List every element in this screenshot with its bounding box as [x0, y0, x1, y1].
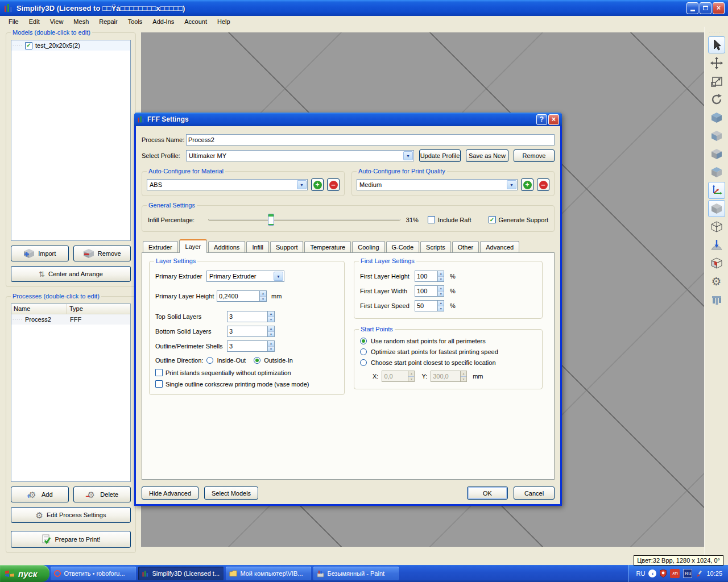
start-x-input[interactable]: [382, 371, 408, 382]
toolbar-gripper[interactable]: ······: [709, 31, 724, 36]
chevron-down-icon[interactable]: ▼: [297, 180, 307, 189]
bottom-solid-layers-input[interactable]: [227, 326, 267, 337]
restore-button[interactable]: [700, 2, 712, 14]
tab-support[interactable]: Support: [270, 241, 304, 252]
save-as-new-button[interactable]: Save as New: [466, 149, 508, 162]
menu-repair[interactable]: Repair: [94, 17, 122, 26]
first-layer-height-spinner[interactable]: ▲▼: [415, 271, 444, 282]
place-surface-on-bed-button[interactable]: [708, 236, 725, 253]
model-checkbox[interactable]: ✓: [25, 42, 32, 49]
menu-view[interactable]: View: [45, 17, 69, 26]
show-axes-button[interactable]: [708, 182, 725, 199]
cancel-button[interactable]: Cancel: [514, 487, 555, 500]
hide-tray-icons-button[interactable]: ‹: [648, 569, 656, 577]
start-y-spinner[interactable]: ▲▼: [431, 371, 467, 382]
rotate-tool[interactable]: [708, 91, 725, 108]
outline-shells-input[interactable]: [227, 340, 267, 352]
remove-button[interactable]: Remove: [73, 246, 131, 261]
first-layer-width-input[interactable]: [415, 285, 437, 297]
cross-section-button[interactable]: [708, 255, 725, 272]
infill-slider[interactable]: [208, 214, 400, 226]
process-row[interactable]: ····· Process2 FFF: [11, 314, 130, 325]
tab-layer[interactable]: Layer: [179, 239, 208, 253]
update-profile-button[interactable]: Update Profile: [419, 149, 461, 162]
prepare-to-print-button[interactable]: Prepare to Print!: [11, 531, 131, 548]
tab-other[interactable]: Other: [452, 241, 479, 252]
remove-quality-button[interactable]: −: [537, 178, 549, 191]
language-bar-icon[interactable]: Ru: [683, 569, 692, 578]
top-solid-layers-spinner[interactable]: ▲▼: [227, 311, 275, 322]
wireframe-view-button[interactable]: [708, 218, 725, 235]
print-islands-checkbox[interactable]: ✓: [155, 369, 163, 376]
slider-track[interactable]: [208, 219, 400, 221]
optimize-start-points-radio[interactable]: [360, 348, 367, 355]
inside-out-radio[interactable]: [206, 357, 213, 364]
generate-support-checkbox[interactable]: ✓: [489, 216, 496, 223]
delete-process-button[interactable]: ⚙− Delete: [73, 487, 131, 502]
support-structures-button[interactable]: [708, 291, 725, 308]
menu-edit[interactable]: Edit: [24, 17, 45, 26]
select-cursor-tool[interactable]: [708, 36, 725, 53]
spin-up-icon[interactable]: ▲: [260, 291, 266, 297]
outside-in-radio[interactable]: [254, 357, 260, 364]
scale-tool[interactable]: [708, 73, 725, 90]
start-button[interactable]: пуск: [0, 565, 49, 582]
task-paint[interactable]: Безымянный - Paint: [313, 567, 399, 580]
tab-scripts[interactable]: Scripts: [420, 241, 451, 252]
first-layer-speed-input[interactable]: [415, 300, 437, 311]
task-my-computer[interactable]: Мой компьютер\VIB...: [226, 567, 311, 580]
view-top-button[interactable]: [708, 164, 725, 181]
dialog-help-button[interactable]: ?: [536, 114, 547, 125]
clock[interactable]: 10:25: [706, 570, 722, 577]
view-side-button[interactable]: [708, 146, 725, 163]
tab-temperature[interactable]: Temperature: [304, 241, 351, 252]
profile-select[interactable]: Ultimaker MY ▼: [186, 150, 414, 161]
models-list[interactable]: ····· ✓ test_20x20x5(2): [11, 40, 131, 241]
menu-help[interactable]: Help: [212, 17, 235, 26]
top-solid-layers-input[interactable]: [227, 311, 267, 322]
minimize-button[interactable]: [686, 2, 698, 14]
choose-start-point-radio[interactable]: [360, 359, 367, 366]
menu-tools[interactable]: Tools: [123, 17, 148, 26]
primary-layer-height-input[interactable]: [217, 290, 259, 302]
task-simplify3d[interactable]: Simplify3D (Licensed t...: [138, 567, 224, 580]
primary-layer-height-spinner[interactable]: ▲▼: [217, 290, 267, 302]
chevron-down-icon[interactable]: ▼: [403, 151, 413, 160]
tab-advanced[interactable]: Advanced: [480, 241, 519, 252]
hide-advanced-button[interactable]: Hide Advanced: [142, 487, 198, 500]
add-process-button[interactable]: ⚙+ Add: [11, 487, 69, 502]
close-button[interactable]: ×: [713, 2, 725, 14]
spin-down-icon[interactable]: ▼: [260, 297, 266, 302]
menu-mesh[interactable]: Mesh: [68, 17, 94, 26]
view-front-button[interactable]: [708, 127, 725, 144]
select-models-button[interactable]: Select Models: [204, 487, 258, 500]
start-x-spinner[interactable]: ▲▼: [382, 371, 415, 382]
dialog-close-button[interactable]: ×: [548, 114, 559, 125]
chevron-down-icon[interactable]: ▼: [507, 180, 516, 189]
slider-thumb[interactable]: [268, 214, 274, 226]
process-name-input[interactable]: [186, 134, 555, 146]
menu-account[interactable]: Account: [179, 17, 212, 26]
ok-button[interactable]: OK: [467, 487, 508, 500]
outline-shells-spinner[interactable]: ▲▼: [227, 340, 275, 352]
first-layer-speed-spinner[interactable]: ▲▼: [415, 300, 444, 311]
tab-infill[interactable]: Infill: [246, 241, 269, 252]
process-list[interactable]: Name Type ····· Process2 FFF: [11, 304, 131, 482]
menu-addins[interactable]: Add-Ins: [147, 17, 179, 26]
ati-tray-icon[interactable]: ATI: [670, 569, 680, 578]
tab-extruder[interactable]: Extruder: [143, 241, 178, 252]
add-material-button[interactable]: +: [311, 178, 324, 191]
center-and-arrange-button[interactable]: ⇅ Center and Arrange: [11, 266, 131, 282]
first-layer-height-input[interactable]: [415, 271, 437, 282]
tab-gcode[interactable]: G-Code: [386, 241, 420, 252]
column-name[interactable]: Name: [11, 304, 67, 314]
primary-extruder-select[interactable]: Primary Extruder ▼: [206, 271, 284, 282]
antivirus-shield-icon[interactable]: [660, 569, 667, 577]
tab-additions[interactable]: Additions: [208, 241, 245, 252]
view-default-button[interactable]: [708, 109, 725, 126]
edit-process-settings-button[interactable]: ⚙ Edit Process Settings: [11, 507, 131, 523]
tab-cooling[interactable]: Cooling: [352, 241, 384, 252]
material-select[interactable]: ABS ▼: [147, 179, 308, 190]
include-raft-checkbox[interactable]: ✓: [428, 216, 435, 223]
random-start-points-radio[interactable]: [360, 338, 367, 344]
